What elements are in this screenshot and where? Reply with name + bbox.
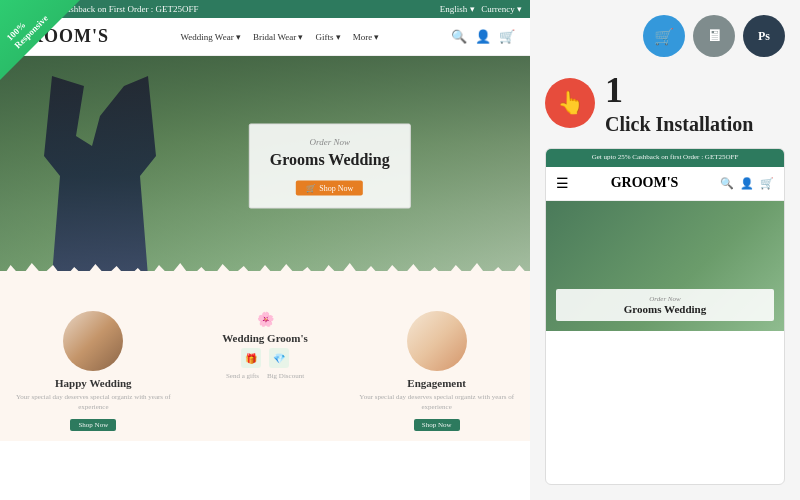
shop-now-label: Shop Now [319, 184, 353, 193]
happy-wedding-title: Happy Wedding [15, 377, 172, 389]
cart-button[interactable]: 🛒 [643, 15, 685, 57]
click-installation: 👆 1 Click Installation [545, 69, 785, 136]
monitor-button[interactable]: 🖥 [693, 15, 735, 57]
torn-paper-divider [0, 271, 530, 301]
bottom-section: Happy Wedding Your special day deserves … [0, 301, 530, 441]
shop-icon: 🛒 [306, 184, 316, 193]
happy-wedding-desc: Your special day deserves special organi… [15, 393, 172, 413]
site-header: GROOΜ'S Wedding Wear ▾ Bridal Wear ▾ Gif… [0, 18, 530, 56]
mobile-user-icon[interactable]: 👤 [740, 177, 754, 190]
shop-now-button[interactable]: 🛒 Shop Now [296, 181, 363, 196]
wedding-grooms-card: 🌸 Wedding Groom's 🎁 💎 Send a gifts Big D… [187, 311, 344, 380]
currency-select[interactable]: Currency [481, 4, 515, 14]
icon-buttons-row: 🛒 🖥 Ps [545, 15, 785, 57]
monitor-btn-icon: 🖥 [706, 27, 722, 45]
hero-section: Order Now Grooms Wedding 🛒 Shop Now [0, 56, 530, 276]
mobile-hero-subtitle: Order Now [564, 295, 766, 303]
happy-wedding-card: Happy Wedding Your special day deserves … [15, 311, 172, 431]
gift-icon: 🎁 [245, 353, 257, 364]
header-icons: 🔍 👤 🛒 [451, 29, 515, 45]
click-icon: 👆 [545, 78, 595, 128]
click-text: 1 Click Installation [605, 69, 753, 136]
mobile-header-icons: 🔍 👤 🛒 [720, 177, 774, 190]
engagement-btn[interactable]: Shop Now [414, 419, 460, 431]
wedding-grooms-icons: 🎁 💎 [187, 348, 344, 368]
diamond-icon: 💎 [273, 353, 285, 364]
hero-subtitle: Order Now [270, 137, 390, 147]
happy-wedding-photo [63, 311, 123, 371]
finger-icon: 👆 [557, 90, 584, 116]
nav-bridal-wear[interactable]: Bridal Wear ▾ [253, 32, 304, 42]
discount-icon-box: 💎 [269, 348, 289, 368]
engagement-title: Engagement [358, 377, 515, 389]
gift-icon-box: 🎁 [241, 348, 261, 368]
send-gifts-label: Send a gifts [226, 372, 259, 380]
nav-more[interactable]: More ▾ [353, 32, 380, 42]
lang-currency: English ▾ Currency ▾ [440, 4, 522, 14]
user-icon[interactable]: 👤 [475, 29, 491, 45]
wedding-grooms-title: Wedding Groom's [187, 332, 344, 344]
nav-menu: Wedding Wear ▾ Bridal Wear ▾ Gifts ▾ Mor… [181, 32, 380, 42]
engagement-desc: Your special day deserves special organi… [358, 393, 515, 413]
search-icon[interactable]: 🔍 [451, 29, 467, 45]
nav-wedding-wear[interactable]: Wedding Wear ▾ [181, 32, 241, 42]
mobile-search-icon[interactable]: 🔍 [720, 177, 734, 190]
hero-title: Grooms Wedding [270, 151, 390, 169]
flower-decoration: 🌸 [187, 311, 344, 328]
happy-wedding-btn[interactable]: Shop Now [70, 419, 116, 431]
mobile-hero-text: Order Now Grooms Wedding [556, 289, 774, 321]
hero-overlay: Order Now Grooms Wedding 🛒 Shop Now [249, 124, 411, 209]
mobile-promo-text: Get upto 25% Cashback on first Order : G… [592, 153, 739, 161]
mobile-announcement: Get upto 25% Cashback on first Order : G… [546, 149, 784, 167]
ps-button[interactable]: Ps [743, 15, 785, 57]
language-select[interactable]: English [440, 4, 468, 14]
big-discount-label: Big Discount [267, 372, 304, 380]
mobile-header: ☰ GROOΜ'S 🔍 👤 🛒 [546, 167, 784, 201]
engagement-card: Engagement Your special day deserves spe… [358, 311, 515, 431]
mobile-hero: Order Now Grooms Wedding [546, 201, 784, 331]
mobile-preview: Get upto 25% Cashback on first Order : G… [545, 148, 785, 485]
right-panel: 🛒 🖥 Ps 👆 1 Click Installation Get upto 2… [530, 0, 800, 500]
nav-gifts[interactable]: Gifts ▾ [315, 32, 340, 42]
cart-icon[interactable]: 🛒 [499, 29, 515, 45]
mobile-logo: GROOΜ'S [611, 175, 679, 191]
announcement-bar: Get upto 25% Cashback on First Order : G… [0, 0, 530, 18]
mobile-hero-title: Grooms Wedding [564, 303, 766, 315]
left-panel: 100%Responsive Get upto 25% Cashback on … [0, 0, 530, 500]
ps-btn-label: Ps [758, 29, 770, 44]
hamburger-icon[interactable]: ☰ [556, 175, 569, 192]
mobile-cart-icon[interactable]: 🛒 [760, 177, 774, 190]
icon-labels: Send a gifts Big Discount [187, 372, 344, 380]
click-number: 1 [605, 70, 623, 110]
cart-btn-icon: 🛒 [654, 27, 674, 46]
engagement-photo [407, 311, 467, 371]
click-label: Click Installation [605, 112, 753, 136]
